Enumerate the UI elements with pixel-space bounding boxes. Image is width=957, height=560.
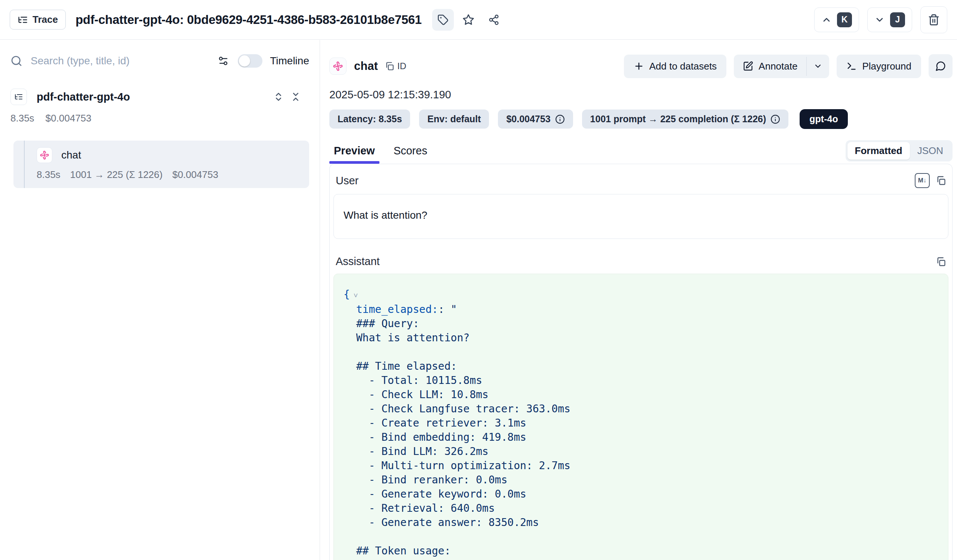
code-line: - Total: 10115.8ms	[344, 374, 938, 388]
code-line: ## Time elapsed:	[344, 359, 938, 374]
expand-all-icon[interactable]	[273, 91, 284, 102]
trace-root-metrics: 8.35s $0.004753	[11, 112, 309, 124]
nav-previous-button[interactable]: K	[814, 8, 859, 32]
timeline-toggle-label: Timeline	[270, 55, 309, 67]
share-button[interactable]	[483, 9, 505, 31]
copy-icon[interactable]	[936, 175, 946, 186]
annotate-label: Annotate	[758, 61, 798, 72]
code-line: - Bind LLM: 326.2ms	[344, 445, 938, 459]
collapse-all-icon[interactable]	[291, 91, 301, 102]
playground-button[interactable]: Playground	[837, 55, 921, 78]
search-row: Timeline	[11, 54, 309, 68]
tabs-row: Preview Scores Formatted JSON	[329, 140, 952, 164]
search-input[interactable]	[31, 55, 218, 67]
filter-sliders-icon[interactable]	[218, 55, 229, 66]
annotate-button[interactable]: Annotate	[734, 55, 806, 78]
user-section-title: User	[336, 175, 915, 187]
code-line: - Bind reranker: 0.0ms	[344, 473, 938, 487]
star-icon	[463, 14, 474, 26]
code-line: - Generate answer: 8350.2ms	[344, 516, 938, 530]
model-badge[interactable]: gpt-4o	[800, 109, 848, 129]
env-badge-label: Env: default	[427, 114, 481, 125]
chat-latency: 8.35s	[36, 169, 60, 181]
list-tree-icon	[17, 14, 28, 25]
star-button[interactable]	[458, 9, 479, 31]
add-to-datasets-label: Add to datasets	[649, 61, 717, 72]
cost-badge[interactable]: $0.004753	[498, 110, 573, 129]
tab-preview[interactable]: Preview	[329, 145, 379, 164]
copy-id-icon[interactable]	[385, 61, 395, 71]
plus-icon	[634, 61, 644, 71]
format-option-json[interactable]: JSON	[910, 142, 951, 159]
user-section-header: User M↓	[333, 173, 948, 188]
metrics-badge-row: Latency: 8.35s Env: default $0.004753 10…	[329, 109, 952, 129]
shortcut-key-badge: K	[837, 12, 852, 27]
format-option-formatted[interactable]: Formatted	[848, 142, 910, 159]
share-icon	[488, 14, 499, 25]
code-line: ### Query:	[344, 317, 938, 331]
code-line: What is attention?	[344, 331, 938, 345]
code-line	[344, 345, 938, 359]
tab-scores[interactable]: Scores	[389, 145, 432, 164]
toggle-knob	[239, 55, 250, 66]
comments-button[interactable]	[929, 54, 952, 78]
generation-icon	[36, 147, 52, 163]
delete-trace-button[interactable]	[921, 6, 947, 33]
collapse-chevron-icon[interactable]: ˅	[354, 291, 358, 300]
markdown-toggle-icon[interactable]: M↓	[915, 173, 930, 188]
annotate-split-button: Annotate	[734, 55, 829, 78]
id-label: ID	[397, 61, 406, 71]
code-line: ## Token usage:	[344, 544, 938, 558]
format-toggle: Formatted JSON	[846, 140, 952, 161]
code-line: - Bind embedding: 419.8ms	[344, 430, 938, 445]
add-to-datasets-button[interactable]: Add to datasets	[624, 55, 727, 78]
observation-name: chat	[354, 60, 378, 73]
token-usage-label: 1001 prompt → 225 completion (Σ 1226)	[590, 114, 766, 125]
code-line: - Multi-turn optimization: 2.7ms	[344, 459, 938, 473]
env-badge: Env: default	[419, 110, 489, 129]
generation-icon	[329, 58, 347, 75]
code-line: - Generated tokens(approximately): 236	[344, 558, 938, 560]
trace-type-button[interactable]: Trace	[10, 10, 66, 30]
code-line	[344, 530, 938, 544]
tree-fold-controls	[273, 91, 301, 102]
chevron-down-icon	[813, 62, 823, 71]
token-usage-badge[interactable]: 1001 prompt → 225 completion (Σ 1226)	[582, 110, 789, 129]
top-bar: Trace pdf-chatter-gpt-4o: 0bde9629-4251-…	[0, 0, 957, 39]
code-line: - Retrieval: 640.0ms	[344, 501, 938, 516]
assistant-section-header: Assistant	[333, 256, 948, 268]
nav-next-button[interactable]: J	[867, 8, 912, 32]
timeline-toggle[interactable]	[238, 54, 262, 68]
comment-bubble-icon	[935, 61, 946, 72]
trace-root-row[interactable]: pdf-chatter-gpt-4o	[11, 88, 309, 105]
code-line: time_elapsed:: "	[344, 303, 938, 317]
copy-icon[interactable]	[936, 256, 946, 267]
trace-tree-sidebar: Timeline pdf-chatter-gpt-4o 8.35s $0.004…	[0, 40, 320, 560]
tag-button[interactable]	[432, 9, 454, 31]
code-line: - Check LLM: 10.8ms	[344, 388, 938, 402]
cost-badge-label: $0.004753	[506, 114, 550, 125]
trash-icon	[928, 14, 940, 26]
assistant-section-title: Assistant	[336, 256, 936, 268]
code-line: - Check Langfuse tracer: 363.0ms	[344, 402, 938, 416]
trace-root-label: pdf-chatter-gpt-4o	[36, 91, 273, 103]
observation-timestamp: 2025-05-09 12:15:39.190	[329, 88, 952, 101]
assistant-output-block: {˅ time_elapsed:: " ### Query: What is a…	[333, 274, 948, 560]
code-line: - Generate keyword: 0.0ms	[344, 487, 938, 501]
observation-header: chat ID Add to datasets Annotate	[329, 54, 952, 78]
chat-tokens: 1001 → 225 (Σ 1226)	[70, 169, 163, 181]
shortcut-key-badge: J	[890, 12, 905, 27]
terminal-icon	[846, 61, 857, 71]
chevron-down-icon	[874, 14, 885, 25]
chat-item-label: chat	[61, 149, 81, 161]
assistant-code: {˅ time_elapsed:: " ### Query: What is a…	[344, 287, 938, 560]
annotate-dropdown-caret[interactable]	[807, 55, 829, 78]
chat-item-metrics: 8.35s 1001 → 225 (Σ 1226) $0.004753	[36, 169, 302, 181]
page-title: pdf-chatter-gpt-4o: 0bde9629-4251-4386-b…	[76, 13, 422, 27]
playground-label: Playground	[862, 61, 911, 72]
trace-latency: 8.35s	[11, 112, 35, 124]
trace-cost: $0.004753	[46, 112, 92, 124]
tree-item-chat[interactable]: chat 8.35s 1001 → 225 (Σ 1226) $0.004753	[13, 140, 309, 188]
code-line: {˅	[344, 287, 938, 303]
list-tree-icon	[11, 88, 27, 105]
